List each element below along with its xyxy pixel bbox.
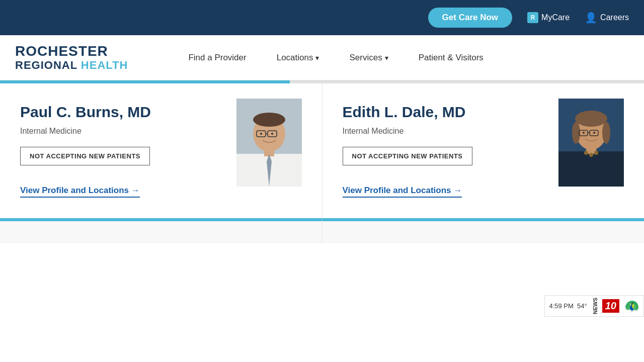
not-accepting-badge-dale: NOT ACCEPTING NEW PATIENTS (343, 147, 472, 165)
site-logo: ROCHESTER REGIONAL HEALTH (15, 44, 128, 71)
nav-services-label: Services (349, 53, 382, 63)
svg-point-22 (593, 132, 595, 134)
svg-point-15 (575, 111, 607, 127)
nav-locations[interactable]: Locations ▾ (277, 53, 319, 63)
nav-find-provider[interactable]: Find a Provider (188, 53, 246, 63)
logo-regional: REGIONAL (15, 59, 77, 71)
view-profile-link-burns[interactable]: View Profile and Locations → (20, 186, 140, 198)
careers-label: Careers (600, 13, 629, 22)
svg-point-17 (602, 122, 610, 144)
logo-line2: REGIONAL HEALTH (15, 59, 128, 71)
bottom-section (0, 218, 644, 243)
view-profile-text-burns: View Profile and Locations (20, 186, 129, 195)
provider-info-burns: Paul C. Burns, MD Internal Medicine NOT … (20, 99, 236, 198)
nav-locations-label: Locations (277, 53, 313, 63)
provider-specialty-burns: Internal Medicine (20, 127, 226, 136)
provider-name-burns: Paul C. Burns, MD (20, 104, 226, 121)
view-profile-arrow-burns: → (131, 186, 140, 195)
bottom-card-left (0, 218, 323, 243)
mycare-link[interactable]: R MyCare (527, 12, 570, 23)
logo-health: HEALTH (77, 59, 128, 71)
svg-point-8 (260, 133, 262, 135)
provider-photo-dale (558, 99, 624, 187)
get-care-button[interactable]: Get Care Now (428, 8, 512, 28)
nav-bar: ROCHESTER REGIONAL HEALTH Find a Provide… (0, 35, 644, 80)
provider-name-dale: Edith L. Dale, MD (343, 104, 549, 121)
bottom-card-right (323, 218, 645, 243)
top-bar: Get Care Now R MyCare 👤 Careers (0, 0, 644, 35)
svg-point-24 (589, 153, 593, 157)
svg-point-4 (253, 113, 285, 127)
provider-card-dale: Edith L. Dale, MD Internal Medicine NOT … (323, 83, 645, 218)
svg-point-21 (583, 132, 585, 134)
svg-point-9 (271, 133, 273, 135)
services-chevron-icon: ▾ (385, 54, 388, 62)
mycare-icon: R (527, 12, 538, 23)
svg-point-25 (594, 151, 598, 155)
svg-point-23 (584, 151, 588, 155)
provider-card-burns: Paul C. Burns, MD Internal Medicine NOT … (0, 83, 323, 218)
careers-icon: 👤 (585, 12, 597, 24)
locations-chevron-icon: ▾ (315, 54, 319, 62)
nav-services[interactable]: Services ▾ (349, 53, 388, 63)
provider-info-dale: Edith L. Dale, MD Internal Medicine NOT … (343, 99, 559, 198)
not-accepting-badge-burns: NOT ACCEPTING NEW PATIENTS (20, 147, 150, 165)
view-profile-arrow-dale: → (453, 186, 462, 195)
providers-container: Paul C. Burns, MD Internal Medicine NOT … (0, 83, 644, 218)
provider-inner-dale: Edith L. Dale, MD Internal Medicine NOT … (343, 99, 624, 198)
main-nav: Find a Provider Locations ▾ Services ▾ P… (188, 53, 629, 63)
view-profile-link-dale[interactable]: View Profile and Locations → (343, 186, 462, 198)
nav-patient-visitors[interactable]: Patient & Visitors (419, 53, 484, 63)
provider-specialty-dale: Internal Medicine (343, 127, 549, 136)
provider-photo-burns (236, 99, 302, 187)
careers-link[interactable]: 👤 Careers (585, 12, 629, 24)
mycare-label: MyCare (541, 13, 570, 22)
logo-line1: ROCHESTER (15, 44, 128, 59)
provider-inner-burns: Paul C. Burns, MD Internal Medicine NOT … (20, 99, 302, 198)
view-profile-text-dale: View Profile and Locations (343, 186, 451, 195)
